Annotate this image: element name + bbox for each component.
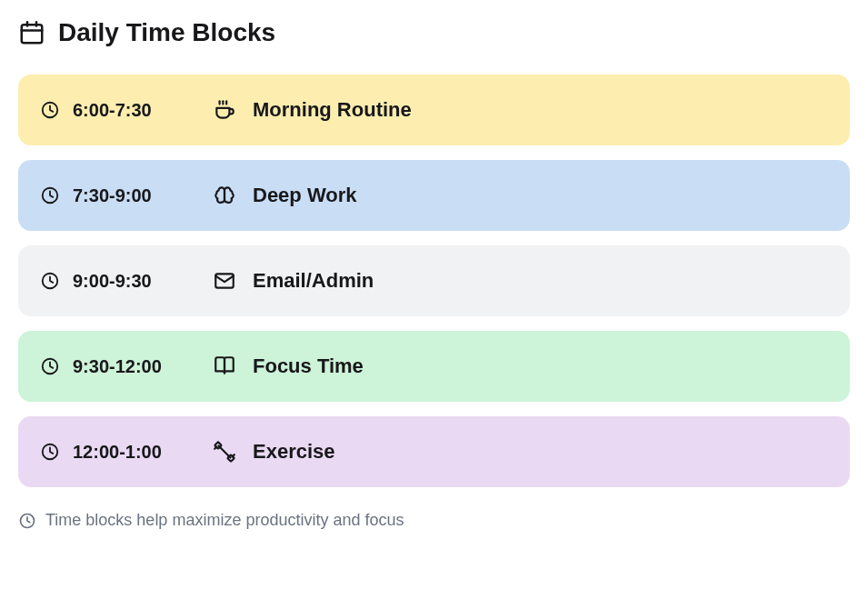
footer-text: Time blocks help maximize productivity a… bbox=[45, 511, 404, 530]
clock-icon bbox=[40, 356, 60, 376]
time-blocks-list: 6:00-7:30 Morning Routine 7:30-9:00 bbox=[18, 75, 850, 487]
brain-icon bbox=[213, 184, 236, 207]
clock-icon bbox=[40, 100, 60, 120]
activity-column: Focus Time bbox=[213, 354, 364, 378]
time-block: 7:30-9:00 Deep Work bbox=[18, 160, 850, 231]
activity-label: Morning Routine bbox=[253, 98, 412, 122]
book-icon bbox=[213, 354, 236, 378]
svg-rect-0 bbox=[22, 25, 43, 43]
activity-label: Deep Work bbox=[253, 184, 357, 207]
time-column: 9:30-12:00 bbox=[40, 356, 213, 377]
activity-column: Morning Routine bbox=[213, 98, 412, 122]
svg-line-15 bbox=[215, 447, 216, 449]
page-header: Daily Time Blocks bbox=[18, 18, 850, 47]
dumbbell-icon bbox=[213, 440, 236, 464]
time-label: 12:00-1:00 bbox=[73, 442, 162, 463]
calendar-icon bbox=[18, 19, 45, 46]
time-label: 9:00-9:30 bbox=[73, 271, 152, 292]
mail-icon bbox=[213, 269, 236, 293]
page-title: Daily Time Blocks bbox=[58, 18, 275, 47]
activity-label: Focus Time bbox=[253, 354, 364, 378]
time-block: 6:00-7:30 Morning Routine bbox=[18, 75, 850, 145]
time-label: 6:00-7:30 bbox=[73, 100, 152, 121]
time-label: 9:30-12:00 bbox=[73, 356, 162, 377]
activity-label: Email/Admin bbox=[253, 269, 374, 293]
time-column: 9:00-9:30 bbox=[40, 271, 213, 292]
clock-icon bbox=[40, 271, 60, 291]
time-column: 6:00-7:30 bbox=[40, 100, 213, 121]
clock-icon bbox=[18, 512, 36, 530]
time-column: 12:00-1:00 bbox=[40, 442, 213, 463]
clock-icon bbox=[40, 442, 60, 462]
clock-icon bbox=[40, 185, 60, 205]
svg-line-16 bbox=[233, 454, 234, 456]
time-block: 9:30-12:00 Focus Time bbox=[18, 331, 850, 402]
time-block: 12:00-1:00 Exercise bbox=[18, 416, 850, 487]
time-block: 9:00-9:30 Email/Admin bbox=[18, 245, 850, 316]
activity-column: Exercise bbox=[213, 440, 335, 464]
footer-note: Time blocks help maximize productivity a… bbox=[18, 511, 850, 530]
activity-label: Exercise bbox=[253, 440, 335, 464]
time-column: 7:30-9:00 bbox=[40, 185, 213, 206]
activity-column: Deep Work bbox=[213, 184, 357, 207]
time-label: 7:30-9:00 bbox=[73, 185, 152, 206]
activity-column: Email/Admin bbox=[213, 269, 374, 293]
coffee-icon bbox=[213, 98, 236, 122]
